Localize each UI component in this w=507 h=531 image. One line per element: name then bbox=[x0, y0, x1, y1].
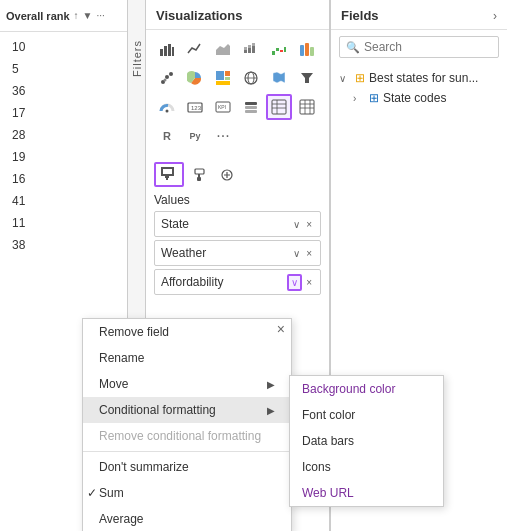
tree-item-state-codes[interactable]: › ⊞ State codes bbox=[337, 88, 501, 108]
remove-conditional-label: Remove conditional formatting bbox=[99, 429, 261, 443]
paint-roller-icon[interactable] bbox=[190, 164, 212, 186]
list-item: 11 bbox=[0, 212, 127, 234]
submenu-icons[interactable]: Icons bbox=[290, 454, 443, 480]
weather-chevron-btn[interactable]: ∨ bbox=[291, 247, 302, 260]
matrix-icon[interactable] bbox=[294, 94, 320, 120]
svg-rect-55 bbox=[197, 177, 201, 181]
state-remove-btn[interactable]: × bbox=[304, 218, 314, 231]
gauge-icon[interactable] bbox=[154, 94, 180, 120]
weather-remove-btn[interactable]: × bbox=[304, 247, 314, 260]
more-visuals-icon[interactable]: ··· bbox=[210, 123, 236, 149]
tree-item-best-states[interactable]: ∨ ⊞ Best states for sun... bbox=[337, 68, 501, 88]
pie-icon[interactable] bbox=[182, 65, 208, 91]
filled-map-icon[interactable] bbox=[266, 65, 292, 91]
fields-tree: ∨ ⊞ Best states for sun... › ⊞ State cod… bbox=[331, 64, 507, 112]
expand-icon-2[interactable]: › bbox=[353, 93, 365, 104]
filter-icon[interactable]: ▼ bbox=[83, 10, 93, 21]
svg-text:KPI: KPI bbox=[218, 104, 226, 110]
fields-search-input[interactable] bbox=[364, 40, 492, 54]
stacked-bar-icon[interactable] bbox=[238, 36, 264, 62]
line-chart-icon[interactable] bbox=[182, 36, 208, 62]
submenu-background-color[interactable]: Background color bbox=[290, 376, 443, 402]
viz-icons-row-2 bbox=[154, 65, 321, 91]
weather-field-row[interactable]: Weather ∨ × bbox=[154, 240, 321, 266]
submenu-font-color[interactable]: Font color bbox=[290, 402, 443, 428]
svg-rect-6 bbox=[244, 47, 247, 50]
waterfall-icon[interactable] bbox=[266, 36, 292, 62]
data-bars-label: Data bars bbox=[302, 434, 354, 448]
svg-rect-36 bbox=[245, 106, 257, 109]
map-icon[interactable] bbox=[238, 65, 264, 91]
table-viz-icon[interactable] bbox=[266, 94, 292, 120]
average-label: Average bbox=[99, 512, 143, 526]
context-menu-average[interactable]: Average bbox=[83, 506, 291, 531]
svg-rect-11 bbox=[272, 51, 275, 55]
submenu-data-bars[interactable]: Data bars bbox=[290, 428, 443, 454]
table-icon-blue: ⊞ bbox=[369, 91, 379, 105]
svg-rect-50 bbox=[161, 174, 174, 176]
r-script-icon[interactable]: R bbox=[154, 123, 180, 149]
best-states-label: Best states for sun... bbox=[369, 71, 478, 85]
affordability-remove-btn[interactable]: × bbox=[304, 276, 314, 289]
svg-rect-25 bbox=[216, 81, 230, 85]
card-icon[interactable]: 123 bbox=[182, 94, 208, 120]
svg-rect-9 bbox=[252, 46, 255, 53]
funnel-icon[interactable] bbox=[294, 65, 320, 91]
state-field-row[interactable]: State ∨ × bbox=[154, 211, 321, 237]
bar-chart-icon[interactable] bbox=[154, 36, 180, 62]
sum-label: Sum bbox=[99, 486, 124, 500]
submenu-web-url[interactable]: Web URL bbox=[290, 480, 443, 506]
context-menu-sum[interactable]: Sum bbox=[83, 480, 291, 506]
ribbon-icon[interactable] bbox=[294, 36, 320, 62]
svg-rect-15 bbox=[300, 45, 304, 56]
more-icon[interactable]: ··· bbox=[97, 10, 105, 21]
treemap-icon[interactable] bbox=[210, 65, 236, 91]
values-label: Values bbox=[154, 193, 190, 207]
filters-label: Filters bbox=[131, 40, 143, 77]
list-item: 19 bbox=[0, 146, 127, 168]
values-icon[interactable] bbox=[154, 162, 184, 187]
svg-rect-52 bbox=[166, 178, 168, 180]
slicer-icon[interactable] bbox=[238, 94, 264, 120]
area-chart-icon[interactable] bbox=[210, 36, 236, 62]
fields-collapse-btn[interactable]: › bbox=[493, 9, 497, 23]
icons-label: Icons bbox=[302, 460, 331, 474]
move-label: Move bbox=[99, 377, 128, 391]
state-field-actions: ∨ × bbox=[291, 218, 314, 231]
viz-icons-row-1 bbox=[154, 36, 321, 62]
svg-rect-3 bbox=[172, 47, 174, 56]
context-menu-dont-summarize[interactable]: Don't summarize bbox=[83, 454, 291, 480]
kpi-icon[interactable]: KPI bbox=[210, 94, 236, 120]
state-chevron-btn[interactable]: ∨ bbox=[291, 218, 302, 231]
context-menu-remove-field[interactable]: Remove field bbox=[83, 319, 291, 345]
svg-rect-17 bbox=[310, 47, 314, 56]
expand-icon[interactable]: ∨ bbox=[339, 73, 351, 84]
fields-search-box[interactable]: 🔍 bbox=[339, 36, 499, 58]
affordability-chevron-btn[interactable]: ∨ bbox=[287, 274, 302, 291]
rank-header-text: Overall rank bbox=[6, 10, 70, 22]
values-label-row: Values bbox=[154, 193, 321, 207]
viz-icons-row-4: R Py ··· bbox=[154, 123, 321, 149]
background-color-label: Background color bbox=[302, 382, 395, 396]
affordability-field-name: Affordability bbox=[161, 275, 287, 289]
python-icon[interactable]: Py bbox=[182, 123, 208, 149]
svg-rect-12 bbox=[276, 48, 279, 51]
context-menu-conditional-formatting[interactable]: Conditional formatting ▶ bbox=[83, 397, 291, 423]
context-menu-move[interactable]: Move ▶ bbox=[83, 371, 291, 397]
sort-icon[interactable]: ↑ bbox=[74, 10, 79, 21]
svg-point-19 bbox=[165, 75, 169, 79]
scatter-icon[interactable] bbox=[154, 65, 180, 91]
format-icon[interactable] bbox=[216, 164, 238, 186]
move-submenu-arrow: ▶ bbox=[267, 379, 275, 390]
svg-rect-22 bbox=[216, 71, 224, 80]
svg-rect-42 bbox=[300, 100, 314, 114]
svg-rect-5 bbox=[244, 50, 247, 53]
affordability-field-row[interactable]: Affordability ∨ × bbox=[154, 269, 321, 295]
svg-rect-53 bbox=[195, 169, 204, 174]
svg-rect-10 bbox=[252, 43, 255, 46]
list-item: 10 bbox=[0, 36, 127, 58]
svg-marker-4 bbox=[216, 44, 230, 55]
context-menu-rename[interactable]: Rename bbox=[83, 345, 291, 371]
weather-field-actions: ∨ × bbox=[291, 247, 314, 260]
list-item: 41 bbox=[0, 190, 127, 212]
